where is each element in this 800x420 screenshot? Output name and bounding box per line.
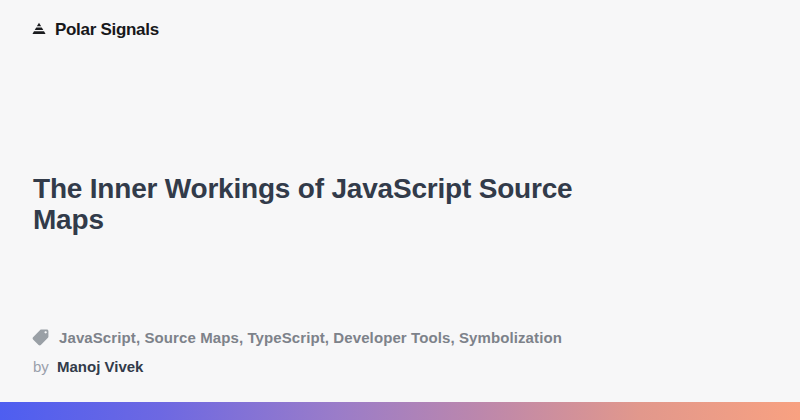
polar-signals-logo: Polar Signals xyxy=(30,20,159,40)
article-title-line-2: Maps xyxy=(33,204,572,235)
article-title-line-1: The Inner Workings of JavaScript Source xyxy=(33,173,572,204)
byline-prefix: by xyxy=(33,358,49,375)
byline: by Manoj Vivek xyxy=(33,357,143,376)
brand-name: Polar Signals xyxy=(55,20,159,40)
tags-row: JavaScript, Source Maps, TypeScript, Dev… xyxy=(31,328,562,347)
accent-gradient-bar xyxy=(0,402,800,420)
polar-signals-pyramid-icon xyxy=(30,21,48,39)
article-social-card: Polar Signals The Inner Workings of Java… xyxy=(0,0,800,420)
tag-icon xyxy=(31,328,50,347)
tags-text: JavaScript, Source Maps, TypeScript, Dev… xyxy=(59,329,562,346)
article-title: The Inner Workings of JavaScript Source … xyxy=(33,173,572,235)
author-name: Manoj Vivek xyxy=(57,358,143,375)
